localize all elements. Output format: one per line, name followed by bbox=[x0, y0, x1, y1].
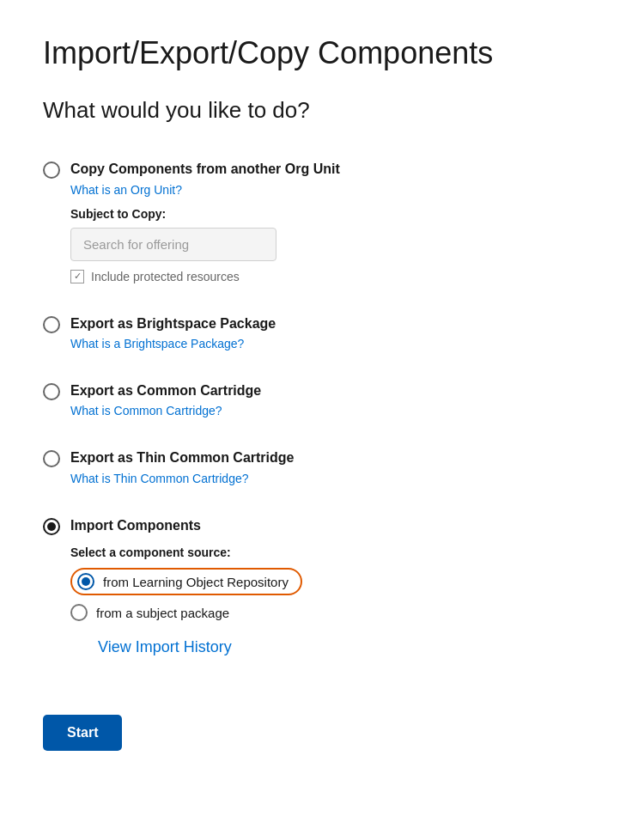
option-import-label: Import Components bbox=[70, 516, 201, 535]
view-import-history-link[interactable]: View Import History bbox=[98, 638, 601, 656]
search-offering-input[interactable]: Search for offering bbox=[70, 228, 276, 261]
radio-brightspace[interactable] bbox=[43, 316, 60, 333]
option-thin-cartridge-link[interactable]: What is Thin Common Cartridge? bbox=[70, 472, 601, 485]
radio-lor[interactable] bbox=[77, 573, 94, 590]
option-copy-link[interactable]: What is an Org Unit? bbox=[70, 183, 601, 197]
option-brightspace: Export as Brightspace Package What is a … bbox=[43, 299, 601, 366]
copy-sub-section: Subject to Copy: Search for offering ✓ I… bbox=[70, 207, 601, 283]
source-options: from Learning Object Repository from a s… bbox=[70, 568, 601, 621]
start-button[interactable]: Start bbox=[43, 715, 122, 751]
source-select-label: Select a component source: bbox=[70, 545, 601, 559]
protected-resources-row: ✓ Include protected resources bbox=[70, 270, 601, 283]
lor-option-wrapper: from Learning Object Repository bbox=[70, 568, 302, 595]
radio-import[interactable] bbox=[43, 518, 60, 535]
options-list: Copy Components from another Org Unit Wh… bbox=[43, 144, 601, 672]
component-source-section: Select a component source: from Learning… bbox=[70, 545, 601, 656]
source-lor-label: from Learning Object Repository bbox=[103, 575, 289, 589]
option-brightspace-link[interactable]: What is a Brightspace Package? bbox=[70, 337, 601, 350]
option-import: Import Components Select a component sou… bbox=[43, 501, 601, 672]
source-lor-row: from Learning Object Repository bbox=[70, 568, 601, 595]
option-common-cartridge: Export as Common Cartridge What is Commo… bbox=[43, 366, 601, 433]
option-copy-label: Copy Components from another Org Unit bbox=[70, 160, 340, 179]
option-thin-cartridge: Export as Thin Common Cartridge What is … bbox=[43, 433, 601, 500]
option-thin-cartridge-label: Export as Thin Common Cartridge bbox=[70, 448, 294, 467]
option-common-cartridge-link[interactable]: What is Common Cartridge? bbox=[70, 404, 601, 418]
option-common-cartridge-label: Export as Common Cartridge bbox=[70, 381, 261, 400]
source-subject-package-row: from a subject package bbox=[70, 604, 601, 621]
option-copy: Copy Components from another Org Unit Wh… bbox=[43, 144, 601, 298]
protected-resources-label: Include protected resources bbox=[91, 270, 240, 283]
protected-resources-checkbox[interactable]: ✓ bbox=[70, 270, 84, 283]
page-title: Import/Export/Copy Components bbox=[43, 34, 601, 71]
source-subject-package-label: from a subject package bbox=[96, 606, 229, 620]
radio-copy[interactable] bbox=[43, 162, 60, 179]
checkmark-icon: ✓ bbox=[74, 271, 82, 281]
radio-thin-cartridge[interactable] bbox=[43, 450, 60, 467]
radio-common-cartridge[interactable] bbox=[43, 383, 60, 400]
section-question: What would you like to do? bbox=[43, 97, 601, 124]
subject-to-copy-label: Subject to Copy: bbox=[70, 207, 601, 221]
radio-subject-package[interactable] bbox=[70, 604, 88, 621]
option-brightspace-label: Export as Brightspace Package bbox=[70, 314, 276, 333]
